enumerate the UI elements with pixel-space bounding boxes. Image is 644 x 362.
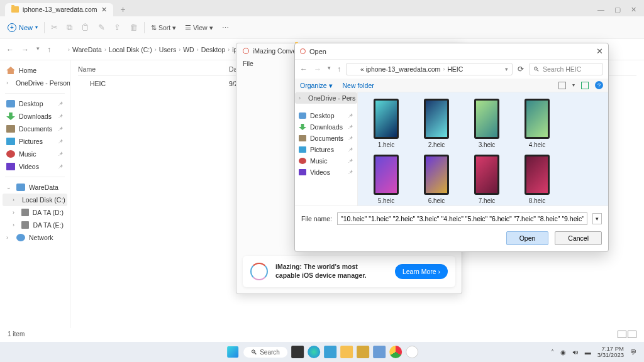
taskbar-search[interactable]: 🔍︎Search xyxy=(243,347,287,358)
dialog-path[interactable]: « iphone-13_waredata.com›HEIC ▾ xyxy=(346,63,513,75)
up-icon[interactable]: ↑ xyxy=(337,65,341,74)
start-button[interactable] xyxy=(226,345,240,359)
search-icon: 🔍︎ xyxy=(251,349,257,356)
file-name-input[interactable] xyxy=(337,212,587,225)
sidebar-network[interactable]: ›Network xyxy=(3,231,67,244)
sidebar-home[interactable]: Home xyxy=(3,64,67,77)
preview-pane-icon[interactable] xyxy=(581,82,589,89)
back-icon[interactable]: ← xyxy=(6,45,14,54)
volume-icon[interactable]: 🔊︎ xyxy=(572,349,579,356)
view-icon[interactable] xyxy=(558,82,566,89)
file-item[interactable]: 2.heic xyxy=(414,99,458,148)
sidebar-music[interactable]: Music📌︎ xyxy=(3,148,67,160)
system-clock[interactable]: 7:17 PM3/31/2023 xyxy=(597,346,624,359)
file-item[interactable]: 7.heic xyxy=(465,155,509,204)
help-icon[interactable]: ? xyxy=(595,81,603,89)
forward-icon[interactable]: → xyxy=(21,45,29,54)
refresh-icon[interactable]: ⟳ xyxy=(518,65,524,74)
cut-icon[interactable]: ✂ xyxy=(51,23,58,33)
sidebar-videos[interactable]: Videos📌︎ xyxy=(3,160,67,173)
dialog-videos[interactable]: Videos📌︎ xyxy=(295,167,357,178)
wifi-icon[interactable]: ◉ xyxy=(560,349,566,356)
sidebar-disk-d[interactable]: ›DA TA (D:) xyxy=(3,206,67,219)
command-toolbar: + New ▾ ✂ ⧉ 📋︎ ✎ ⇪ 🗑︎ ⇅ Sort ▾ ☰ View ▾ … xyxy=(0,16,644,39)
folder-icon xyxy=(78,80,86,87)
edge-icon[interactable] xyxy=(308,346,320,358)
new-folder-button[interactable]: New folder xyxy=(343,82,374,89)
chrome-icon[interactable] xyxy=(389,346,402,358)
sidebar-downloads[interactable]: Downloads📌︎ xyxy=(3,110,67,123)
app-icon[interactable] xyxy=(324,346,336,358)
item-count: 1 item xyxy=(8,331,25,339)
tab-close-icon[interactable]: ✕ xyxy=(101,6,107,14)
sidebar-waredata[interactable]: ⌄WareData xyxy=(3,181,67,194)
status-bar: 1 item xyxy=(0,328,644,342)
sidebar-disk-e[interactable]: ›DA TA (E:) xyxy=(3,219,67,231)
organize-button[interactable]: Organize ▾ xyxy=(300,82,333,89)
forward-icon[interactable]: → xyxy=(314,65,321,74)
imazing-logo-icon xyxy=(250,263,268,280)
tiles-view-icon[interactable] xyxy=(628,331,636,338)
cancel-button[interactable]: Cancel xyxy=(555,231,602,245)
file-item[interactable]: 5.heic xyxy=(364,155,408,204)
navigation-sidebar: Home ›OneDrive - Persona Desktop📌︎ Downl… xyxy=(0,60,70,336)
file-thumbnails: 1.heic 2.heic 3.heic 4.heic 5.heic 6.hei… xyxy=(358,92,608,206)
file-item[interactable]: 3.heic xyxy=(465,99,509,148)
folder-icon xyxy=(350,66,358,72)
back-icon[interactable]: ← xyxy=(300,65,308,74)
chevron-down-icon[interactable]: ▾ xyxy=(328,65,331,74)
folder-icon xyxy=(57,46,65,53)
tab-title: iphone-13_waredata.com xyxy=(23,6,97,13)
dialog-onedrive[interactable]: ›OneDrive - Pers xyxy=(295,92,357,104)
open-button[interactable]: Open xyxy=(506,231,549,245)
new-tab-button[interactable]: + xyxy=(116,4,131,14)
dialog-documents[interactable]: Documents📌︎ xyxy=(295,133,357,144)
file-item[interactable]: 8.heic xyxy=(515,155,559,204)
maximize-icon[interactable]: ▢ xyxy=(614,6,621,14)
paste-icon[interactable]: 📋︎ xyxy=(81,23,89,33)
chevron-up-icon[interactable]: ˄ xyxy=(551,349,554,356)
chevron-down-icon[interactable]: ▾ xyxy=(36,45,40,54)
view-button[interactable]: ☰ View ▾ xyxy=(185,24,213,31)
learn-more-button[interactable]: Learn More › xyxy=(395,264,448,279)
dialog-pictures[interactable]: Pictures📌︎ xyxy=(295,144,357,155)
breadcrumb[interactable]: › WareData› Local Disk (C:)› Users› WD› … xyxy=(57,46,258,53)
title-tab-bar: iphone-13_waredata.com ✕ + — ▢ ✕ xyxy=(0,0,644,16)
dialog-desktop[interactable]: Desktop📌︎ xyxy=(295,110,357,121)
file-item[interactable]: 6.heic xyxy=(414,155,458,204)
dialog-search[interactable]: 🔍︎ Search HEIC xyxy=(529,63,603,75)
explorer-icon[interactable] xyxy=(340,346,353,358)
dialog-music[interactable]: Music📌︎ xyxy=(295,155,357,167)
rename-icon[interactable]: ✎ xyxy=(98,23,105,33)
sort-button[interactable]: ⇅ Sort ▾ xyxy=(151,24,176,31)
details-view-icon[interactable] xyxy=(618,331,626,338)
sidebar-pictures[interactable]: Pictures📌︎ xyxy=(3,135,67,148)
copy-icon[interactable]: ⧉ xyxy=(67,23,72,33)
col-name[interactable]: Name xyxy=(78,65,166,73)
task-view-icon[interactable] xyxy=(291,346,304,358)
sidebar-disk-c[interactable]: ›Local Disk (C:) xyxy=(3,194,67,206)
more-button[interactable]: ⋯ xyxy=(222,24,229,31)
notifications-icon[interactable]: 💬︎ xyxy=(630,349,636,356)
app-icon[interactable] xyxy=(373,346,386,358)
share-icon[interactable]: ⇪ xyxy=(114,23,121,33)
app-icon[interactable] xyxy=(357,346,369,358)
dialog-downloads[interactable]: Downloads📌︎ xyxy=(295,121,357,133)
delete-icon[interactable]: 🗑︎ xyxy=(130,23,138,33)
close-icon[interactable]: ✕ xyxy=(596,47,603,56)
new-button[interactable]: + New ▾ xyxy=(8,23,38,32)
close-icon[interactable]: ✕ xyxy=(631,6,636,14)
taskbar: 🔍︎Search ˄ ◉ 🔊︎ ▬ 7:17 PM3/31/2023 💬︎ xyxy=(0,342,644,362)
imazing-promo-banner: iMazing: The world's mostcapable iOS dev… xyxy=(243,256,455,287)
sidebar-desktop[interactable]: Desktop📌︎ xyxy=(3,97,67,110)
filter-dropdown[interactable]: ▾ xyxy=(592,213,602,224)
sidebar-onedrive[interactable]: ›OneDrive - Persona xyxy=(3,77,67,89)
app-icon[interactable] xyxy=(406,346,418,358)
battery-icon[interactable]: ▬ xyxy=(585,349,591,356)
file-item[interactable]: 1.heic xyxy=(364,99,408,148)
minimize-icon[interactable]: — xyxy=(597,6,604,14)
file-item[interactable]: 4.heic xyxy=(515,99,559,148)
active-tab[interactable]: iphone-13_waredata.com ✕ xyxy=(5,3,113,16)
up-icon[interactable]: ↑ xyxy=(47,45,51,54)
sidebar-documents[interactable]: Documents📌︎ xyxy=(3,123,67,135)
